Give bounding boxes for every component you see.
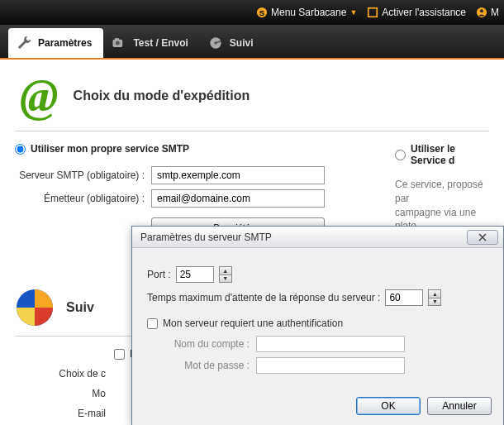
smtp-server-input[interactable] [151,166,325,184]
own-smtp-radio[interactable] [15,144,26,155]
tab-parametres-label: Paramètres [38,37,92,49]
auth-checkbox-row[interactable]: Mon serveur requiert une authentificatio… [147,318,488,329]
account-name-label: Nom du compte : [165,338,256,350]
port-label: Port : [147,269,171,280]
ext-service-option[interactable]: Utiliser le Service d [395,143,489,166]
ext-service-radio[interactable] [395,150,406,160]
port-input[interactable] [176,266,214,283]
account-label: M [491,7,499,18]
auth-required-checkbox[interactable] [147,318,158,329]
timeout-spinner[interactable]: ▲▼ [428,289,441,306]
radar-icon [207,34,225,52]
dialog-titlebar[interactable]: Paramètres du serveur SMTP [132,227,503,248]
smtp-server-label: Serveur SMTP (obligatoire) : [15,170,151,181]
square-icon [367,7,378,18]
password-input[interactable] [256,357,405,374]
auth-required-label: Mon serveur requiert une authentificatio… [163,318,343,329]
activate-assist-label: Activer l'assistance [382,7,466,18]
tab-test-label: Test / Envoi [133,37,188,49]
timeout-row: Temps maximum d'attente de la réponse du… [147,289,488,306]
wrench-icon [15,34,33,52]
pie-chart-icon [15,288,55,327]
port-row: Port : ▲▼ [147,266,488,283]
dialog-title: Paramètres du serveur SMTP [140,232,272,243]
timeout-label: Temps maximum d'attente de la réponse du… [147,292,380,303]
password-label: Mot de passe : [165,360,256,371]
chevron-down-icon: ▼ [349,8,357,17]
ext-service-radio-label: Utiliser le Service d [411,143,489,166]
effectuer-checkbox[interactable] [114,349,125,360]
timeout-input[interactable] [385,289,423,306]
account-name-input[interactable] [256,336,405,352]
emitter-input[interactable] [151,189,325,208]
sarbacane-logo-icon: S [256,7,268,18]
menu-sarbacane[interactable]: S Menu Sarbacane ▼ [256,7,357,18]
top-menu-bar: S Menu Sarbacane ▼ Activer l'assistance … [0,0,504,25]
emitter-label: Émetteur (obligatoire) : [15,193,151,204]
own-smtp-option[interactable]: Utiliser mon propre service SMTP [15,143,370,155]
menu-sarbacane-label: Menu Sarbacane [271,7,346,18]
choix-label: Choix de c [15,368,114,380]
suivi-title: Suiv [66,300,94,315]
svg-text:S: S [259,8,265,17]
cancel-button[interactable]: Annuler [427,397,492,415]
svg-point-6 [116,41,120,45]
tab-test-envoi[interactable]: Test / Envoi [103,28,199,58]
page-title: Choix du mode d'expédition [74,88,250,103]
main-tab-bar: Paramètres Test / Envoi Suivi [0,25,504,60]
mo-label: Mo [15,388,114,399]
own-smtp-radio-label: Utiliser mon propre service SMTP [31,143,189,155]
ok-button[interactable]: OK [356,397,421,415]
svg-point-9 [214,41,216,44]
spin-up-icon[interactable]: ▲ [429,290,440,298]
tab-parametres[interactable]: Paramètres [8,28,103,58]
close-icon [478,233,487,241]
smtp-settings-dialog: Paramètres du serveur SMTP Port : ▲▼ Tem… [131,226,504,425]
port-spinner[interactable]: ▲▼ [219,266,232,283]
divider [15,131,489,131]
account-menu[interactable]: M [476,7,499,18]
activate-assist[interactable]: Activer l'assistance [367,7,466,18]
spin-up-icon[interactable]: ▲ [220,267,231,275]
spin-down-icon[interactable]: ▼ [220,275,231,283]
svg-rect-7 [115,38,119,41]
email-label: E-mail [15,408,114,419]
svg-point-4 [480,9,483,12]
user-icon [476,7,487,18]
at-sign-icon: @ [20,73,59,119]
spin-down-icon[interactable]: ▼ [429,298,440,306]
svg-rect-2 [368,8,378,17]
tab-suivi-label: Suivi [230,37,254,49]
tab-suivi[interactable]: Suivi [200,28,265,58]
camera-icon [110,34,128,52]
dialog-close-button[interactable] [467,230,498,245]
